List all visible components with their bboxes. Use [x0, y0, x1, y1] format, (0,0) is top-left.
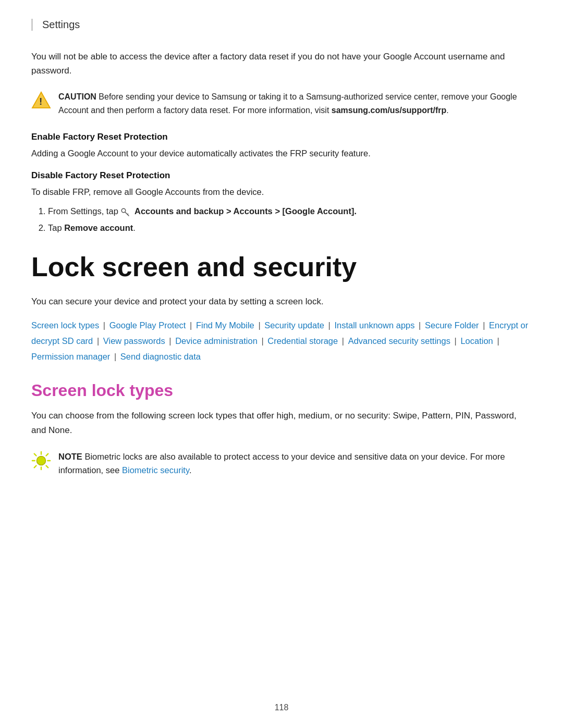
caution-link: samsung.com/us/support/frp [332, 106, 446, 115]
sep-9: | [259, 336, 266, 346]
enable-body: Adding a Google Account to your device a… [31, 146, 532, 160]
link-location[interactable]: Location [460, 336, 493, 346]
caution-end: . [446, 106, 448, 115]
sep-13: | [112, 352, 118, 361]
svg-line-3 [125, 212, 129, 216]
sep-11: | [452, 336, 459, 346]
page-wrapper: Settings You will not be able to access … [0, 0, 563, 728]
link-device-admin[interactable]: Device administration [175, 336, 258, 346]
main-title: Lock screen and security [31, 252, 532, 283]
step1-bold: Accounts and backup > Accounts > [Google… [134, 206, 357, 216]
steps-list: From Settings, tap Accounts and backup >… [48, 204, 532, 235]
note-text: NOTE Biometric locks are also available … [58, 450, 532, 477]
sep-5: | [417, 320, 423, 330]
link-find-my-mobile[interactable]: Find My Mobile [196, 320, 254, 330]
link-send-diagnostic[interactable]: Send diagnostic data [120, 352, 201, 361]
subtitle-text: You can secure your device and protect y… [31, 294, 532, 309]
settings-header: Settings [31, 19, 532, 31]
screen-lock-body: You can choose from the following screen… [31, 409, 532, 437]
disable-section: Disable Factory Reset Protection To disa… [31, 170, 532, 235]
sep-6: | [481, 320, 487, 330]
caution-box: ! CAUTION Before sending your device to … [31, 90, 532, 117]
svg-point-5 [36, 456, 45, 465]
step-1: From Settings, tap Accounts and backup >… [48, 204, 532, 218]
intro-text: You will not be able to access the devic… [31, 50, 532, 78]
note-icon [31, 451, 51, 471]
caution-text: CAUTION Before sending your device to Sa… [58, 90, 532, 117]
step2-bold: Remove account [64, 223, 133, 232]
link-advanced-security[interactable]: Advanced security settings [348, 336, 450, 346]
step-2: Tap Remove account. [48, 220, 532, 235]
sep-2: | [187, 320, 194, 330]
sep-8: | [167, 336, 174, 346]
sep-1: | [101, 320, 107, 330]
caution-icon: ! [31, 91, 51, 109]
links-block: Screen lock types | Google Play Protect … [31, 318, 532, 364]
sep-3: | [256, 320, 263, 330]
svg-text:!: ! [39, 96, 42, 107]
note-end: . [189, 465, 192, 475]
link-credential-storage[interactable]: Credential storage [267, 336, 338, 346]
link-security-update[interactable]: Security update [264, 320, 324, 330]
svg-point-2 [122, 208, 126, 213]
svg-line-4 [128, 214, 129, 215]
sep-7: | [94, 336, 101, 346]
sep-4: | [326, 320, 333, 330]
enable-heading: Enable Factory Reset Protection [31, 132, 532, 142]
link-permission-manager[interactable]: Permission manager [31, 352, 110, 361]
link-screen-lock-types[interactable]: Screen lock types [31, 320, 99, 330]
svg-line-11 [46, 465, 48, 467]
link-secure-folder[interactable]: Secure Folder [425, 320, 479, 330]
disable-heading: Disable Factory Reset Protection [31, 170, 532, 181]
link-install-unknown-apps[interactable]: Install unknown apps [334, 320, 414, 330]
sep-10: | [339, 336, 346, 346]
note-box: NOTE Biometric locks are also available … [31, 450, 532, 477]
svg-line-13 [34, 465, 36, 467]
page-number: 118 [0, 703, 563, 712]
svg-line-12 [46, 454, 48, 456]
note-label: NOTE [58, 452, 82, 461]
svg-line-10 [34, 454, 36, 456]
link-view-passwords[interactable]: View passwords [103, 336, 165, 346]
settings-label: Settings [42, 19, 80, 30]
note-biometric-link[interactable]: Biometric security [122, 465, 189, 475]
link-google-play-protect[interactable]: Google Play Protect [109, 320, 186, 330]
accounts-icon [120, 207, 130, 217]
sep-12: | [495, 336, 499, 346]
caution-label: CAUTION [58, 92, 96, 101]
disable-body: To disable FRP, remove all Google Accoun… [31, 185, 532, 199]
screen-lock-title: Screen lock types [31, 381, 532, 400]
